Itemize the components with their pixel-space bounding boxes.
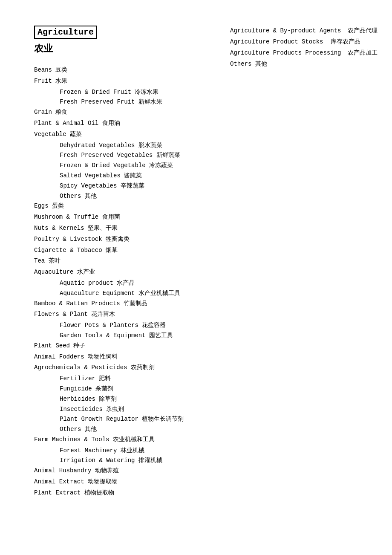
sub-item: Salted Vegetables 酱腌菜 [34, 171, 213, 181]
sub-item: Fertilizer 肥料 [34, 374, 213, 384]
main-item: Nuts & Kernels 坚果、干果 [34, 223, 213, 234]
sub-item: Flower Pots & Planters 花盆容器 [34, 321, 213, 331]
main-item: Grain 粮食 [34, 107, 213, 118]
sub-item: Fresh Preserved Fruit 新鲜水果 [34, 97, 213, 107]
page-title-en: Agriculture [34, 26, 97, 39]
sub-item: Insecticides 杀虫剂 [34, 405, 213, 415]
sub-item: Fresh Preserved Vegetables 新鲜蔬菜 [34, 150, 213, 161]
main-item: Farm Machines & Tools 农业机械和工具 [34, 435, 213, 445]
sub-item: Others 其他 [34, 425, 213, 435]
main-item: Cigarette & Tobacco 烟草 [34, 246, 213, 256]
right-item: Agriculture Product Stocks库存农产品 [230, 37, 378, 48]
main-item: Animal Husbandry 动物养殖 [34, 466, 213, 476]
main-item: Eggs 蛋类 [34, 201, 213, 211]
sub-item: Frozen & Dried Fruit 冷冻水果 [34, 87, 213, 98]
sub-item: Aquaculture Equipment 水产业机械工具 [34, 289, 213, 299]
sub-item: Irrigation & Watering 排灌机械 [34, 456, 213, 466]
sub-item: Garden Tools & Equipment 园艺工具 [34, 331, 213, 341]
sub-item: Fungicide 杀菌剂 [34, 384, 213, 394]
main-item: Fruit 水果 [34, 76, 213, 87]
main-item: Bamboo & Rattan Products 竹藤制品 [34, 299, 213, 309]
main-item: Animal Fodders 动物性饲料 [34, 352, 213, 362]
sub-item: Spicy Vegetables 辛辣蔬菜 [34, 181, 213, 191]
main-item: Beans 豆类 [34, 65, 213, 75]
main-item: Aquaculture 水产业 [34, 267, 213, 278]
sub-item: Plant Growth Regulator 植物生长调节剂 [34, 414, 213, 425]
sub-item: Frozen & Dried Vegetable 冷冻蔬菜 [34, 161, 213, 171]
sub-item: Others 其他 [34, 191, 213, 202]
sub-item: Aquatic product 水产品 [34, 278, 213, 289]
main-item: Agrochemicals & Pesticides 农药制剂 [34, 363, 213, 373]
sub-item: Dehydrated Vegetables 脱水蔬菜 [34, 141, 213, 151]
items-list: Beans 豆类Fruit 水果Frozen & Dried Fruit 冷冻水… [34, 65, 213, 498]
main-item: Poultry & Livestock 牲畜禽类 [34, 234, 213, 245]
main-item: Mushroom & Truffle 食用菌 [34, 212, 213, 223]
main-item: Plant Seed 种子 [34, 341, 213, 351]
sub-item: Herbicides 除草剂 [34, 394, 213, 405]
page-title-zh: 农业 [34, 42, 213, 55]
main-item: Plant & Animal Oil 食用油 [34, 119, 213, 129]
right-item: Others 其他 [230, 59, 378, 70]
right-item: Agriculture Products Processing农产品加工 [230, 48, 378, 59]
main-item: Vegetable 蔬菜 [34, 130, 213, 140]
main-item: Tea 茶叶 [34, 256, 213, 266]
right-item: Agriculture & By-product Agents农产品代理 [230, 26, 378, 37]
main-item: Flowers & Plant 花卉苗木 [34, 309, 213, 320]
sub-item: Forest Machinery 林业机械 [34, 446, 213, 456]
main-item: Plant Extract 植物提取物 [34, 488, 213, 498]
right-column: Agriculture & By-product Agents农产品代理Agri… [230, 26, 378, 499]
main-item: Animal Extract 动物提取物 [34, 477, 213, 487]
